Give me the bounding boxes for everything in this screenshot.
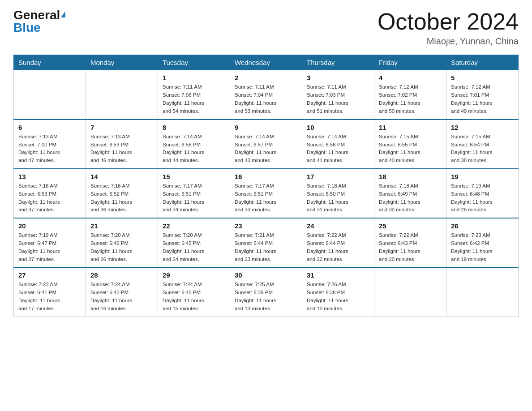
calendar-cell: 21Sunrise: 7:20 AM Sunset: 6:46 PM Dayli… — [86, 218, 158, 267]
logo-blue: Blue — [13, 21, 41, 34]
calendar-cell: 13Sunrise: 7:16 AM Sunset: 6:53 PM Dayli… — [14, 169, 86, 218]
day-info: Sunrise: 7:14 AM Sunset: 6:57 PM Dayligh… — [235, 133, 297, 165]
day-info: Sunrise: 7:22 AM Sunset: 6:43 PM Dayligh… — [379, 231, 442, 263]
calendar-cell — [374, 267, 446, 317]
calendar-week-row: 27Sunrise: 7:23 AM Sunset: 6:41 PM Dayli… — [14, 267, 519, 317]
calendar-cell: 8Sunrise: 7:14 AM Sunset: 6:58 PM Daylig… — [158, 120, 230, 169]
day-info: Sunrise: 7:17 AM Sunset: 6:51 PM Dayligh… — [235, 182, 297, 214]
calendar-cell: 11Sunrise: 7:15 AM Sunset: 6:55 PM Dayli… — [374, 120, 446, 169]
calendar-cell: 27Sunrise: 7:23 AM Sunset: 6:41 PM Dayli… — [14, 267, 86, 317]
calendar-cell: 10Sunrise: 7:14 AM Sunset: 6:56 PM Dayli… — [302, 120, 374, 169]
logo-text: General Blue — [13, 9, 65, 34]
day-number: 10 — [307, 124, 369, 131]
calendar-cell: 14Sunrise: 7:16 AM Sunset: 6:52 PM Dayli… — [86, 169, 158, 218]
day-info: Sunrise: 7:11 AM Sunset: 7:03 PM Dayligh… — [307, 83, 369, 115]
day-number: 4 — [379, 74, 442, 81]
day-number: 29 — [163, 271, 225, 279]
day-number: 1 — [163, 74, 225, 81]
day-info: Sunrise: 7:13 AM Sunset: 6:59 PM Dayligh… — [90, 133, 153, 165]
day-number: 8 — [163, 124, 225, 131]
day-number: 31 — [307, 271, 369, 279]
day-number: 9 — [235, 124, 297, 131]
calendar-header-sunday: Sunday — [14, 55, 86, 70]
calendar-cell: 1Sunrise: 7:11 AM Sunset: 7:06 PM Daylig… — [158, 70, 230, 120]
day-number: 13 — [18, 173, 81, 180]
day-number: 22 — [163, 222, 225, 230]
day-info: Sunrise: 7:26 AM Sunset: 6:38 PM Dayligh… — [307, 281, 369, 313]
calendar-cell: 28Sunrise: 7:24 AM Sunset: 6:40 PM Dayli… — [86, 267, 158, 317]
day-number: 5 — [451, 74, 514, 81]
day-info: Sunrise: 7:16 AM Sunset: 6:53 PM Dayligh… — [18, 182, 81, 214]
day-number: 30 — [235, 271, 297, 279]
day-number: 23 — [235, 222, 297, 230]
day-info: Sunrise: 7:25 AM Sunset: 6:39 PM Dayligh… — [235, 281, 297, 313]
day-number: 15 — [163, 173, 225, 180]
logo-triangle-icon — [61, 11, 65, 17]
day-number: 3 — [307, 74, 369, 81]
calendar-cell: 17Sunrise: 7:18 AM Sunset: 6:50 PM Dayli… — [302, 169, 374, 218]
month-title: October 2024 — [378, 9, 519, 34]
calendar-cell: 29Sunrise: 7:24 AM Sunset: 6:40 PM Dayli… — [158, 267, 230, 317]
calendar-header-thursday: Thursday — [302, 55, 374, 70]
day-info: Sunrise: 7:24 AM Sunset: 6:40 PM Dayligh… — [90, 281, 153, 313]
logo: General Blue — [13, 9, 65, 34]
calendar-cell: 3Sunrise: 7:11 AM Sunset: 7:03 PM Daylig… — [302, 70, 374, 120]
calendar-week-row: 6Sunrise: 7:13 AM Sunset: 7:00 PM Daylig… — [14, 120, 519, 169]
day-info: Sunrise: 7:23 AM Sunset: 6:41 PM Dayligh… — [18, 281, 81, 313]
calendar-cell: 16Sunrise: 7:17 AM Sunset: 6:51 PM Dayli… — [230, 169, 302, 218]
day-number: 26 — [451, 222, 514, 230]
day-info: Sunrise: 7:14 AM Sunset: 6:58 PM Dayligh… — [163, 133, 225, 165]
calendar-cell: 26Sunrise: 7:23 AM Sunset: 6:42 PM Dayli… — [446, 218, 519, 267]
day-number: 19 — [451, 173, 514, 180]
location: Miaojie, Yunnan, China — [378, 36, 519, 47]
calendar-header-friday: Friday — [374, 55, 446, 70]
day-number: 21 — [90, 222, 153, 230]
day-info: Sunrise: 7:19 AM Sunset: 6:48 PM Dayligh… — [451, 182, 514, 214]
calendar-cell: 31Sunrise: 7:26 AM Sunset: 6:38 PM Dayli… — [302, 267, 374, 317]
day-info: Sunrise: 7:15 AM Sunset: 6:55 PM Dayligh… — [379, 133, 442, 165]
calendar-header-wednesday: Wednesday — [230, 55, 302, 70]
day-info: Sunrise: 7:12 AM Sunset: 7:01 PM Dayligh… — [451, 83, 514, 115]
day-info: Sunrise: 7:15 AM Sunset: 6:54 PM Dayligh… — [451, 133, 514, 165]
calendar-cell: 25Sunrise: 7:22 AM Sunset: 6:43 PM Dayli… — [374, 218, 446, 267]
day-info: Sunrise: 7:14 AM Sunset: 6:56 PM Dayligh… — [307, 133, 369, 165]
day-info: Sunrise: 7:13 AM Sunset: 7:00 PM Dayligh… — [18, 133, 81, 165]
day-number: 6 — [18, 124, 81, 131]
calendar-cell: 20Sunrise: 7:19 AM Sunset: 6:47 PM Dayli… — [14, 218, 86, 267]
day-info: Sunrise: 7:24 AM Sunset: 6:40 PM Dayligh… — [163, 281, 225, 313]
calendar-cell: 6Sunrise: 7:13 AM Sunset: 7:00 PM Daylig… — [14, 120, 86, 169]
day-number: 7 — [90, 124, 153, 131]
calendar-cell: 15Sunrise: 7:17 AM Sunset: 6:51 PM Dayli… — [158, 169, 230, 218]
calendar-week-row: 1Sunrise: 7:11 AM Sunset: 7:06 PM Daylig… — [14, 70, 519, 120]
calendar-cell: 2Sunrise: 7:11 AM Sunset: 7:04 PM Daylig… — [230, 70, 302, 120]
day-number: 25 — [379, 222, 442, 230]
calendar-cell: 7Sunrise: 7:13 AM Sunset: 6:59 PM Daylig… — [86, 120, 158, 169]
day-info: Sunrise: 7:20 AM Sunset: 6:46 PM Dayligh… — [90, 231, 153, 263]
calendar-cell: 12Sunrise: 7:15 AM Sunset: 6:54 PM Dayli… — [446, 120, 519, 169]
day-number: 2 — [235, 74, 297, 81]
title-area: October 2024 Miaojie, Yunnan, China — [378, 9, 519, 47]
calendar-cell: 4Sunrise: 7:12 AM Sunset: 7:02 PM Daylig… — [374, 70, 446, 120]
calendar-cell — [446, 267, 519, 317]
day-info: Sunrise: 7:12 AM Sunset: 7:02 PM Dayligh… — [379, 83, 442, 115]
day-info: Sunrise: 7:22 AM Sunset: 6:44 PM Dayligh… — [307, 231, 369, 263]
day-info: Sunrise: 7:21 AM Sunset: 6:44 PM Dayligh… — [235, 231, 297, 263]
day-info: Sunrise: 7:17 AM Sunset: 6:51 PM Dayligh… — [163, 182, 225, 214]
calendar-cell: 22Sunrise: 7:20 AM Sunset: 6:45 PM Dayli… — [158, 218, 230, 267]
day-number: 28 — [90, 271, 153, 279]
day-number: 16 — [235, 173, 297, 180]
calendar-cell: 30Sunrise: 7:25 AM Sunset: 6:39 PM Dayli… — [230, 267, 302, 317]
calendar-week-row: 13Sunrise: 7:16 AM Sunset: 6:53 PM Dayli… — [14, 169, 519, 218]
calendar-cell: 9Sunrise: 7:14 AM Sunset: 6:57 PM Daylig… — [230, 120, 302, 169]
day-number: 20 — [18, 222, 81, 230]
calendar-cell: 18Sunrise: 7:18 AM Sunset: 6:49 PM Dayli… — [374, 169, 446, 218]
day-info: Sunrise: 7:11 AM Sunset: 7:04 PM Dayligh… — [235, 83, 297, 115]
calendar-table: SundayMondayTuesdayWednesdayThursdayFrid… — [13, 55, 519, 317]
day-info: Sunrise: 7:16 AM Sunset: 6:52 PM Dayligh… — [90, 182, 153, 214]
calendar-header-row: SundayMondayTuesdayWednesdayThursdayFrid… — [14, 55, 519, 70]
day-info: Sunrise: 7:20 AM Sunset: 6:45 PM Dayligh… — [163, 231, 225, 263]
day-info: Sunrise: 7:18 AM Sunset: 6:50 PM Dayligh… — [307, 182, 369, 214]
calendar-week-row: 20Sunrise: 7:19 AM Sunset: 6:47 PM Dayli… — [14, 218, 519, 267]
calendar-cell — [14, 70, 86, 120]
day-number: 17 — [307, 173, 369, 180]
